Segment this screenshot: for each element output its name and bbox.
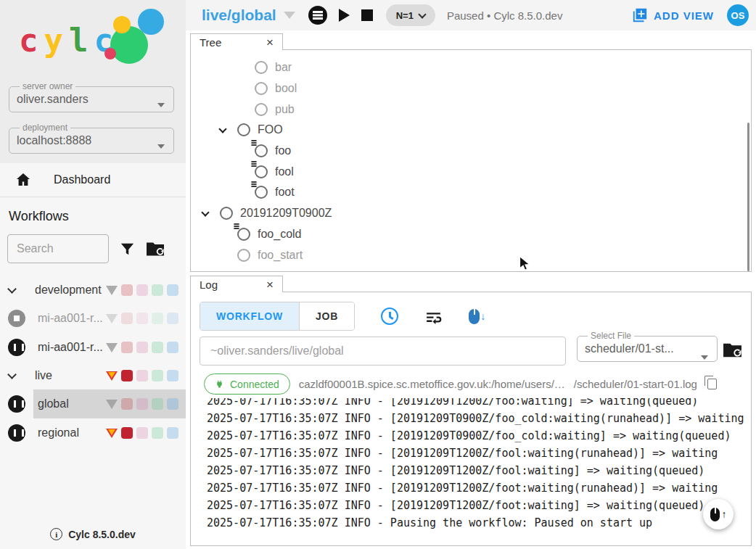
task-icon-wrap [237, 228, 250, 241]
task-state-waiting-icon[interactable] [255, 61, 268, 74]
window-extent-selector[interactable]: N=1 [386, 4, 435, 26]
task-state-dot [121, 370, 133, 381]
job-menu-icon[interactable] [251, 161, 256, 162]
refresh-workflows-button[interactable] [146, 241, 165, 257]
workflow-dropdown-icon[interactable] [284, 12, 295, 19]
job-menu-icon[interactable] [251, 181, 256, 183]
expand-toggle[interactable] [202, 212, 220, 215]
chevron-down-icon[interactable] [7, 284, 17, 294]
task-state-dot [167, 427, 178, 439]
stop-button[interactable] [361, 9, 373, 21]
task-state-waiting-icon[interactable] [237, 228, 250, 241]
task-state-waiting-icon[interactable] [255, 82, 268, 95]
dashboard-label: Dashboard [54, 173, 110, 186]
timestamps-toggle-button[interactable] [381, 307, 398, 325]
play-button[interactable] [339, 9, 350, 22]
deployment-select[interactable]: deployment localhost:8888 [9, 123, 174, 154]
paused-icon[interactable] [8, 339, 25, 356]
tab-log[interactable]: Log × [190, 276, 283, 292]
job-menu-icon[interactable] [251, 140, 256, 141]
log-line: 2025-07-17T16:35:07Z INFO - [20191209T12… [207, 462, 751, 479]
task-state-waiting-icon[interactable] [237, 249, 250, 262]
tree-row-bar[interactable]: bar [202, 57, 751, 78]
server-owner-select[interactable]: server owner oliver.sanders [9, 81, 174, 112]
workflow-row-content: regional [33, 418, 186, 447]
main-content: Tree × barboolpubFOOfoofoolfoot20191209T… [186, 30, 756, 549]
workflow-log-tab[interactable]: WORKFLOW [200, 302, 299, 330]
sidebar-item-workflow-regional[interactable]: regional [0, 418, 186, 447]
task-state-waiting-icon[interactable] [255, 103, 268, 116]
info-icon[interactable]: i [50, 528, 62, 540]
tree-row-fool[interactable]: fool [202, 161, 751, 182]
task-state-dot [121, 313, 133, 324]
sidebar-logo-block: cylc server owner oliver.sanders deploym… [0, 0, 186, 163]
plug-icon [215, 379, 224, 389]
workflow-search-row [0, 231, 186, 271]
chevron-down-icon[interactable] [7, 370, 17, 379]
word-wrap-button[interactable] [424, 307, 443, 326]
close-icon[interactable]: × [266, 36, 274, 49]
paused-icon[interactable] [8, 424, 25, 442]
tree-row-foo[interactable]: FOO [202, 120, 751, 141]
log-host-path: cazldf00001B.spice.sc.metoffice.gov.uk:/… [299, 378, 565, 390]
select-file-dropdown[interactable]: Select File scheduler/01-st... [577, 331, 718, 362]
sidebar-item-workflow-mi-aa001-r-[interactable]: mi-aa001-r... [0, 333, 186, 362]
refresh-files-button[interactable] [723, 342, 742, 359]
tree-row-foo-cold[interactable]: foo_cold [202, 224, 751, 245]
auto-scroll-button[interactable]: ↓ [469, 309, 485, 324]
filter-button[interactable] [119, 241, 136, 257]
add-view-button[interactable]: ADD VIEW [632, 7, 714, 23]
sidebar-item-workflow-global[interactable]: global [0, 389, 186, 418]
workflow-group-live[interactable]: live [0, 362, 186, 389]
tree-scrollbar[interactable] [747, 123, 749, 271]
paused-icon[interactable] [8, 395, 25, 413]
chevron-down-icon [701, 355, 708, 360]
task-state-dot [136, 342, 148, 353]
warning-triangle-icon [106, 429, 118, 438]
workflow-list: developmentmi-aa001-r...mi-aa001-r...liv… [0, 276, 186, 447]
task-state-waiting-icon[interactable] [255, 165, 268, 178]
expand-toggle[interactable] [220, 128, 237, 132]
mouse-icon [469, 309, 480, 324]
stopped-icon[interactable] [8, 310, 25, 327]
workflow-group-development[interactable]: development [0, 276, 186, 304]
tree-row-foo-start[interactable]: foo_start [202, 244, 751, 265]
task-state-waiting-icon[interactable] [255, 144, 268, 157]
workflow-state-cell [0, 339, 33, 356]
job-menu-icon[interactable] [234, 223, 239, 225]
cylc-logo[interactable]: cylc [0, 0, 186, 76]
copy-icon[interactable] [707, 379, 717, 389]
workflow-title[interactable]: live/global [202, 7, 276, 24]
log-source-toggle: WORKFLOW JOB [200, 302, 355, 331]
workflow-status-text: Paused • Cylc 8.5.0.dev [447, 9, 563, 22]
close-icon[interactable]: × [266, 278, 274, 291]
log-output[interactable]: 2025-07-17T16:35:07Z INFO - [20191209T12… [191, 398, 751, 544]
tree-row-foo[interactable]: foo [202, 141, 751, 162]
workflow-state-summary [106, 284, 183, 296]
workflow-state-summary [106, 313, 183, 324]
tree-row-pub[interactable]: pub [202, 99, 751, 120]
sidebar-item-workflow-mi-aa001-r-[interactable]: mi-aa001-r... [0, 304, 186, 333]
workflow-menu-button[interactable] [308, 6, 327, 25]
sidebar-item-dashboard[interactable]: Dashboard [0, 163, 186, 197]
log-lines: 2025-07-17T16:35:07Z INFO - [20191209T12… [207, 398, 751, 532]
job-log-tab[interactable]: JOB [299, 302, 354, 330]
task-state-waiting-icon[interactable] [220, 207, 233, 220]
tab-tree[interactable]: Tree × [190, 33, 283, 50]
task-state-dot [121, 398, 133, 410]
task-name: bar [275, 61, 292, 74]
scroll-to-top-button[interactable]: ↑ [703, 499, 734, 529]
log-view-panel: WORKFLOW JOB ↓ Select File scheduler/01-… [190, 292, 752, 546]
add-view-label: ADD VIEW [654, 9, 714, 22]
add-view-icon [632, 7, 648, 23]
task-icon-wrap [220, 207, 233, 220]
task-state-waiting-icon[interactable] [237, 123, 250, 136]
search-input[interactable] [7, 234, 109, 263]
logo-dot-blue [138, 9, 164, 35]
task-state-waiting-icon[interactable] [255, 186, 268, 199]
tree-row-foot[interactable]: foot [202, 182, 751, 203]
tree-row-bool[interactable]: bool [202, 78, 751, 99]
workflow-id-input[interactable] [200, 337, 566, 366]
tree-row-20191209t0900z[interactable]: 20191209T0900Z [202, 203, 751, 224]
user-avatar[interactable]: OS [727, 4, 749, 26]
